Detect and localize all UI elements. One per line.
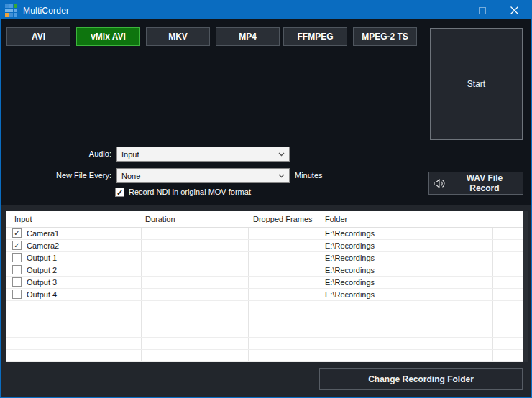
format-tab-avi[interactable]: AVI [6, 27, 70, 46]
maximize-icon [479, 7, 486, 14]
start-button[interactable]: Start [430, 28, 523, 140]
recordings-table: Input Duration Dropped Frames Folder Cam… [6, 211, 528, 362]
column-header-duration[interactable]: Duration [145, 211, 175, 228]
cell-folder: E:\Recordings [325, 289, 375, 300]
cell-input: Output 1 [27, 252, 57, 264]
input-checkbox[interactable] [12, 228, 22, 238]
input-checkbox[interactable] [12, 253, 22, 262]
audio-selected-value: Input [121, 150, 278, 159]
column-header-dropped-frames[interactable]: Dropped Frames [253, 211, 313, 228]
table-vertical-scrollbar[interactable] [523, 211, 528, 362]
vmix-logo-icon [5, 4, 17, 17]
cell-folder: E:\Recordings [325, 228, 375, 239]
minimize-icon [446, 7, 454, 14]
change-recording-folder-label: Change Recording Folder [368, 374, 474, 384]
table-row[interactable] [6, 338, 523, 350]
window-title: MultiCorder [23, 6, 69, 16]
input-checkbox[interactable] [12, 277, 22, 287]
audio-select[interactable]: Input [116, 147, 290, 162]
minimize-button[interactable] [434, 1, 466, 19]
table-row[interactable]: Camera2E:\Recordings [6, 240, 523, 252]
table-row[interactable]: Output 2E:\Recordings [6, 264, 523, 277]
ndi-mov-checkbox[interactable] [115, 188, 124, 197]
cell-input: Output 4 [27, 289, 57, 300]
table-header: Input Duration Dropped Frames Folder [6, 211, 523, 228]
new-file-every-selected-value: None [121, 172, 278, 180]
logo-square [9, 13, 13, 17]
column-header-input[interactable]: Input [14, 211, 32, 228]
change-recording-folder-button[interactable]: Change Recording Folder [319, 368, 523, 390]
close-icon [510, 6, 518, 14]
table-row[interactable]: Camera1E:\Recordings [6, 228, 523, 240]
table-row[interactable] [6, 350, 523, 362]
input-checkbox[interactable] [12, 290, 22, 299]
logo-square [9, 9, 13, 12]
format-tab-mp4[interactable]: MP4 [216, 27, 280, 46]
input-checkbox[interactable] [12, 265, 22, 274]
format-tab-ffmpeg[interactable]: FFMPEG [283, 27, 347, 46]
audio-label: Audio: [40, 147, 111, 162]
multicorder-window: MultiCorder AVIvMix AVIMKVMP4F [0, 0, 532, 398]
logo-square [14, 13, 17, 17]
new-file-every-label: New File Every: [25, 168, 111, 183]
cell-folder: E:\Recordings [325, 264, 375, 276]
new-file-every-select[interactable]: None [116, 168, 290, 183]
cell-input: Output 3 [27, 277, 57, 288]
cell-folder: E:\Recordings [325, 252, 375, 264]
table-row[interactable]: Output 3E:\Recordings [6, 277, 523, 289]
logo-square [14, 9, 17, 12]
format-tab-mkv[interactable]: MKV [146, 27, 210, 46]
logo-square [14, 4, 17, 8]
logo-square [5, 13, 9, 17]
cell-input: Output 2 [27, 264, 57, 276]
wav-file-record-label: WAV File Record [451, 173, 518, 193]
close-button[interactable] [498, 1, 531, 19]
table-row[interactable] [6, 301, 523, 313]
input-checkbox[interactable] [12, 241, 22, 250]
column-header-folder[interactable]: Folder [325, 211, 347, 228]
cell-folder: E:\Recordings [325, 277, 375, 288]
chevron-down-icon [278, 174, 285, 178]
format-tab-vmix-avi[interactable]: vMix AVI [76, 27, 140, 46]
titlebar: MultiCorder [1, 1, 531, 19]
logo-square [9, 4, 13, 8]
table-body: Camera1E:\RecordingsCamera2E:\Recordings… [6, 228, 523, 362]
table-row[interactable] [6, 325, 523, 338]
chevron-down-icon [278, 152, 285, 157]
maximize-button [466, 1, 498, 19]
cell-folder: E:\Recordings [325, 240, 375, 251]
logo-square [5, 4, 9, 8]
table-row[interactable]: Output 4E:\Recordings [6, 289, 523, 301]
cell-input: Camera2 [27, 240, 59, 251]
table-row[interactable]: Output 1E:\Recordings [6, 252, 523, 264]
cell-input: Camera1 [27, 228, 59, 239]
window-controls [434, 1, 531, 19]
speaker-icon [434, 179, 446, 188]
content-area: AVIvMix AVIMKVMP4FFMPEGMPEG-2 TS Start A… [1, 19, 531, 397]
ndi-mov-checkbox-label: Record NDI in original MOV format [129, 185, 251, 200]
logo-square [5, 9, 9, 12]
wav-file-record-button[interactable]: WAV File Record [428, 172, 523, 195]
format-tab-mpeg-2-ts[interactable]: MPEG-2 TS [353, 27, 417, 46]
table-row[interactable] [6, 313, 523, 325]
minutes-label: Minutes [295, 168, 323, 183]
